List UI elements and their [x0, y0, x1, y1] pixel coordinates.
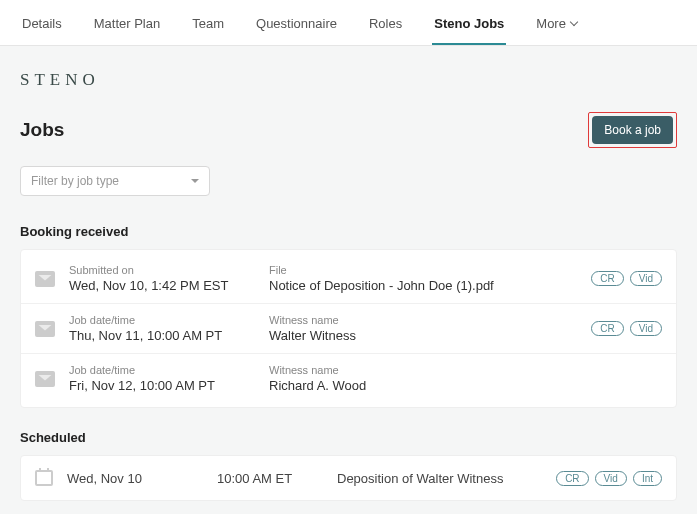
tab-more[interactable]: More [534, 10, 579, 45]
pills: CR Vid [591, 321, 662, 336]
steno-logo: STENO [20, 64, 677, 112]
booking-received-card: Submitted on Wed, Nov 10, 1:42 PM EST Fi… [20, 249, 677, 408]
tab-matter-plan[interactable]: Matter Plan [92, 10, 162, 45]
filter-job-type[interactable]: Filter by job type [20, 166, 210, 196]
scheduled-date: Wed, Nov 10 [67, 471, 217, 486]
pills: CR Vid Int [556, 471, 662, 486]
pill-int: Int [633, 471, 662, 486]
envelope-icon [35, 321, 55, 337]
booking-col-1: Job date/time Fri, Nov 12, 10:00 AM PT [69, 364, 269, 393]
book-job-highlight: Book a job [588, 112, 677, 148]
row-value: Richard A. Wood [269, 378, 662, 393]
pill-cr: CR [556, 471, 588, 486]
booking-col-2: Witness name Walter Witness [269, 314, 591, 343]
row-value: Thu, Nov 11, 10:00 AM PT [69, 328, 269, 343]
row-label: Witness name [269, 314, 591, 326]
page-title: Jobs [20, 119, 64, 141]
pill-cr: CR [591, 321, 623, 336]
pill-vid: Vid [630, 271, 662, 286]
pills: CR Vid [591, 271, 662, 286]
booking-col-1: Job date/time Thu, Nov 11, 10:00 AM PT [69, 314, 269, 343]
row-value: Wed, Nov 10, 1:42 PM EST [69, 278, 269, 293]
booking-col-1: Submitted on Wed, Nov 10, 1:42 PM EST [69, 264, 269, 293]
caret-down-icon [191, 179, 199, 183]
scheduled-card: Wed, Nov 10 10:00 AM ET Deposition of Wa… [20, 455, 677, 501]
section-scheduled-title: Scheduled [20, 430, 677, 445]
envelope-icon [35, 271, 55, 287]
calendar-icon [35, 470, 53, 486]
row-label: Submitted on [69, 264, 269, 276]
chevron-down-icon [570, 18, 578, 26]
envelope-icon [35, 371, 55, 387]
row-label: Job date/time [69, 314, 269, 326]
tab-team[interactable]: Team [190, 10, 226, 45]
content-area: STENO Jobs Book a job Filter by job type… [0, 46, 697, 514]
section-booking-received-title: Booking received [20, 224, 677, 239]
row-value: Fri, Nov 12, 10:00 AM PT [69, 378, 269, 393]
scheduled-desc: Deposition of Walter Witness [337, 471, 556, 486]
book-job-button[interactable]: Book a job [592, 116, 673, 144]
booking-row[interactable]: Job date/time Thu, Nov 11, 10:00 AM PT W… [21, 304, 676, 354]
row-label: Job date/time [69, 364, 269, 376]
tab-steno-jobs[interactable]: Steno Jobs [432, 10, 506, 45]
booking-col-2: Witness name Richard A. Wood [269, 364, 662, 393]
booking-row[interactable]: Job date/time Fri, Nov 12, 10:00 AM PT W… [21, 354, 676, 403]
tabs-bar: Details Matter Plan Team Questionnaire R… [0, 0, 697, 46]
row-value: Walter Witness [269, 328, 591, 343]
row-label: Witness name [269, 364, 662, 376]
scheduled-row[interactable]: Wed, Nov 10 10:00 AM ET Deposition of Wa… [21, 460, 676, 496]
booking-col-2: File Notice of Deposition - John Doe (1)… [269, 264, 591, 293]
row-label: File [269, 264, 591, 276]
tab-questionnaire[interactable]: Questionnaire [254, 10, 339, 45]
tab-more-label: More [536, 16, 566, 31]
pill-vid: Vid [595, 471, 627, 486]
booking-row[interactable]: Submitted on Wed, Nov 10, 1:42 PM EST Fi… [21, 254, 676, 304]
tab-roles[interactable]: Roles [367, 10, 404, 45]
pill-vid: Vid [630, 321, 662, 336]
row-value: Notice of Deposition - John Doe (1).pdf [269, 278, 591, 293]
header-row: Jobs Book a job [20, 112, 677, 148]
filter-placeholder: Filter by job type [31, 174, 119, 188]
scheduled-time: 10:00 AM ET [217, 471, 337, 486]
tab-details[interactable]: Details [20, 10, 64, 45]
pill-cr: CR [591, 271, 623, 286]
